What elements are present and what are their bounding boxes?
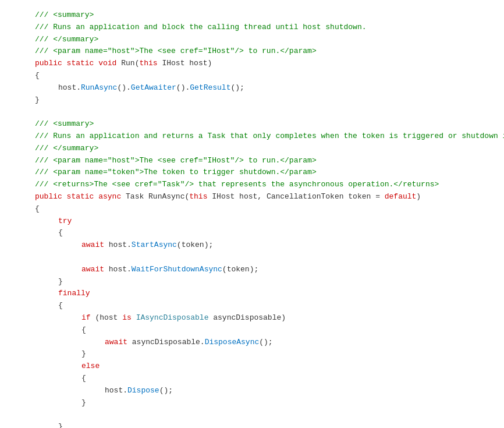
code-line: else: [12, 360, 492, 373]
code-token: }: [81, 397, 86, 409]
code-line: public static async Task RunAsync(this I…: [12, 191, 492, 203]
code-line: try: [12, 215, 492, 228]
code-token: {: [81, 324, 86, 337]
code-token: RunAsync(: [148, 191, 189, 203]
code-token: this: [189, 191, 212, 203]
code-token: asyncDisposable): [208, 312, 286, 324]
code-line: }: [12, 348, 492, 360]
code-line: /// </summary>: [12, 34, 492, 46]
code-token: asyncDisposable.: [132, 337, 205, 349]
code-token: host.: [109, 239, 132, 252]
code-line: {: [12, 70, 492, 82]
code-token: (token);: [222, 264, 258, 276]
code-token: await: [81, 239, 109, 252]
code-line: /// </summary>: [12, 143, 492, 155]
code-token: finally: [58, 288, 90, 300]
code-token: try: [58, 215, 72, 228]
code-token: await: [81, 264, 109, 276]
code-line: host.Dispose();: [12, 385, 492, 397]
code-token: DisposeAsync: [205, 337, 260, 349]
code-line: {: [12, 227, 492, 239]
code-token: ();: [159, 385, 173, 397]
code-token: IAsyncDisposable: [136, 312, 209, 324]
code-line: /// <param name="token">The token to tri…: [12, 167, 492, 179]
code-line: }: [12, 276, 492, 288]
code-token: public static void: [35, 58, 121, 70]
code-token: else: [81, 360, 100, 373]
code-token: RunAsync: [81, 82, 117, 94]
code-line: await host.WaitForShutdownAsync(token);: [12, 264, 492, 276]
code-line: await host.StartAsync(token);: [12, 239, 492, 252]
code-token: }: [81, 348, 86, 360]
code-token: ();: [230, 82, 244, 94]
code-token: host.: [105, 385, 127, 397]
code-token: (host: [95, 312, 122, 324]
code-token: host.: [58, 82, 81, 94]
code-token: if: [81, 312, 95, 324]
code-line: /// <param name="host">The <see cref="IH…: [12, 45, 492, 58]
code-line: if (host is IAsyncDisposable asyncDispos…: [12, 312, 492, 324]
code-token: {: [58, 300, 63, 312]
code-token: await: [105, 337, 132, 349]
code-line: [12, 252, 492, 264]
code-container: /// <summary>/// Runs an application and…: [0, 0, 504, 428]
code-token: ();: [259, 337, 272, 349]
code-line: finally: [12, 288, 492, 300]
code-token: Dispose: [127, 385, 159, 397]
code-token: public static async: [35, 191, 126, 203]
code-token: host.: [109, 264, 132, 276]
code-line: {: [12, 373, 492, 385]
code-block: /// <summary>/// Runs an application and…: [12, 9, 492, 428]
code-line: {: [12, 300, 492, 312]
code-line: public static void Run(this IHost host): [12, 58, 492, 70]
code-token: IHost host, CancellationToken token =: [212, 191, 384, 203]
code-token: }: [58, 276, 63, 288]
code-token: GetResult: [190, 82, 230, 94]
code-line: /// <param name="host">The <see cref="IH…: [12, 155, 492, 167]
code-token: ): [416, 191, 421, 203]
code-line: [12, 106, 492, 118]
code-token: is: [122, 312, 136, 324]
code-token: default: [385, 191, 417, 203]
code-line: /// Runs an application and returns a Ta…: [12, 130, 492, 143]
code-token: (token);: [177, 239, 213, 252]
code-token: IHost host): [162, 58, 212, 70]
code-token: Task: [126, 191, 148, 203]
code-token: {: [58, 227, 63, 239]
code-token: ().: [176, 82, 190, 94]
code-line: }: [12, 421, 492, 428]
code-line: /// <summary>: [12, 9, 492, 22]
code-line: /// Runs an application and block the ca…: [12, 22, 492, 34]
code-line: }: [12, 397, 492, 409]
code-token: WaitForShutdownAsync: [132, 264, 222, 276]
code-token: ().: [117, 82, 130, 94]
code-line: /// <summary>: [12, 118, 492, 130]
code-token: {: [81, 373, 86, 385]
code-line: }: [12, 94, 492, 107]
code-line: /// <returns>The <see cref="Task"/> that…: [12, 179, 492, 191]
code-token: StartAsync: [132, 239, 177, 252]
code-line: await asyncDisposable.DisposeAsync();: [12, 337, 492, 349]
code-line: [12, 409, 492, 421]
code-line: {: [12, 324, 492, 337]
code-line: host.RunAsync().GetAwaiter().GetResult()…: [12, 82, 492, 94]
code-token: this: [139, 58, 162, 70]
code-line: {: [12, 203, 492, 215]
code-token: GetAwaiter: [131, 82, 176, 94]
code-token: Run(: [121, 58, 139, 70]
code-token: }: [58, 421, 63, 428]
